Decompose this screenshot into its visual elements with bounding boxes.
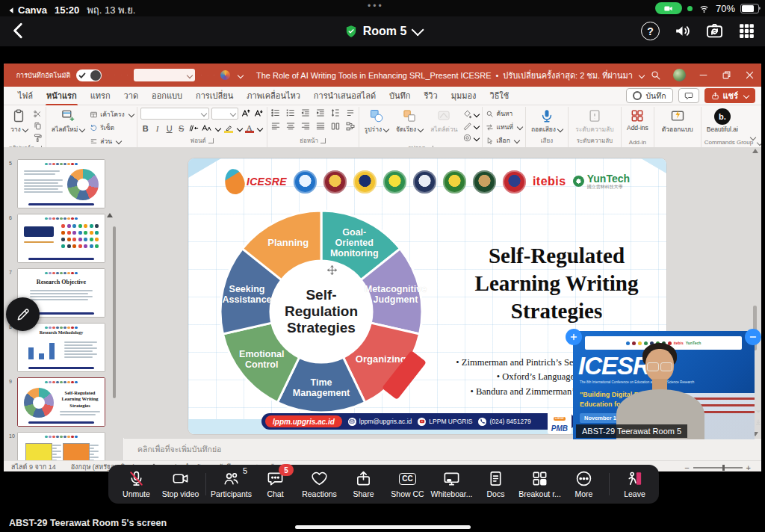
video-controls-icon[interactable] <box>755 408 762 415</box>
increase-indent-icon[interactable] <box>315 108 326 118</box>
columns-icon[interactable] <box>330 121 341 132</box>
font-size-select[interactable] <box>211 108 238 120</box>
addins-button[interactable]: Add-ins <box>625 108 651 132</box>
text-direction-icon[interactable] <box>345 108 356 118</box>
stop-video-button[interactable]: Stop video <box>158 466 202 502</box>
speaker-button[interactable] <box>673 22 692 40</box>
bold-button[interactable]: B <box>140 124 151 133</box>
back-to-app[interactable]: Canva <box>7 4 47 16</box>
menu-lines-icon[interactable] <box>201 69 202 81</box>
titlebar-style-box[interactable] <box>134 69 195 81</box>
undo-icon[interactable] <box>114 69 115 81</box>
panel-scroll-up-icon[interactable] <box>107 213 113 217</box>
record-button[interactable]: บันทึก <box>626 88 672 103</box>
sensitivity-button[interactable]: ระดับความลับ <box>572 108 618 135</box>
slide-thumbnail-9[interactable]: Self-Regulated Learning Writing Strategi… <box>17 377 105 427</box>
reset-button[interactable]: รีเซ็ต <box>90 123 133 133</box>
shapes-button[interactable]: รูปร่าง <box>362 108 391 135</box>
designer-button[interactable]: ตัวออกแบบ <box>657 108 698 135</box>
justify-icon[interactable] <box>315 121 326 132</box>
beautiful-ai-button[interactable]: b. Beautiful.ai <box>704 108 740 134</box>
format-painter-icon[interactable] <box>33 133 43 143</box>
notes-area[interactable]: คลิกเพื่อที่จะเพิ่มบันทึกย่อ <box>124 438 761 460</box>
section-button[interactable]: ส่วน <box>90 136 133 146</box>
shape-outline-button[interactable] <box>462 121 479 131</box>
align-left-icon[interactable] <box>270 121 281 132</box>
find-button[interactable]: ค้นหา <box>486 108 512 119</box>
ribbon-tab-11[interactable]: มุมมอง <box>445 86 483 105</box>
ribbon-tab-6[interactable]: การเปลี่ยน <box>189 86 240 105</box>
numbered-list-icon[interactable] <box>285 108 296 118</box>
restore-button[interactable] <box>721 69 732 81</box>
ribbon-tab-9[interactable]: บันทึก <box>382 86 417 105</box>
smartart-icon[interactable] <box>345 121 356 132</box>
ribbon-tab-10[interactable]: รีวิว <box>417 86 444 105</box>
strikethrough-button[interactable]: S <box>176 124 187 133</box>
dialog-launcher-icon[interactable] <box>320 138 326 143</box>
comments-button[interactable] <box>678 88 699 103</box>
participant-video[interactable]: itebisYunTech ICESRE The 8th Internation… <box>573 331 755 439</box>
start-slideshow-icon[interactable] <box>127 69 128 81</box>
shape-effects-button[interactable] <box>462 133 479 143</box>
italic-button[interactable]: I <box>152 124 163 133</box>
breakout-button[interactable]: Breakout r... <box>518 466 562 502</box>
character-spacing-icon[interactable] <box>188 123 199 134</box>
video-controls-icon[interactable] <box>755 418 762 426</box>
redo-icon[interactable] <box>121 69 122 81</box>
ribbon-tab-2[interactable]: หน้าแรก <box>40 86 84 105</box>
ribbon-tab-4[interactable]: วาด <box>117 86 146 105</box>
replace-button[interactable]: แทนที่ <box>486 122 522 132</box>
align-right-icon[interactable] <box>300 121 311 132</box>
overlay-zoom-out-button[interactable] <box>745 329 761 345</box>
comments-icon[interactable] <box>208 69 208 81</box>
account-avatar[interactable] <box>673 69 686 81</box>
align-center-icon[interactable] <box>285 121 296 132</box>
show-cc-button[interactable]: CCShow CC <box>385 466 430 502</box>
ribbon-tab-5[interactable]: ออกแบบ <box>145 86 189 105</box>
font-color-button[interactable]: A <box>245 124 254 133</box>
select-button[interactable]: เลือก <box>486 135 518 146</box>
paste-button[interactable]: วาง <box>8 108 30 135</box>
home-indicator[interactable] <box>295 525 471 529</box>
thumbnail-scrollbar[interactable] <box>113 226 116 398</box>
ribbon-tab-7[interactable]: ภาพเคลื่อนไหว <box>240 86 307 105</box>
decrease-indent-icon[interactable] <box>300 108 311 118</box>
ribbon-tab-1[interactable]: ไฟล์ <box>11 86 40 105</box>
cut-icon[interactable] <box>33 109 43 119</box>
slide-thumbnail-10[interactable] <box>17 432 105 460</box>
minimize-button[interactable] <box>698 69 709 81</box>
save-icon[interactable] <box>108 69 108 81</box>
arrange-button[interactable]: จัดเรียง <box>394 108 425 135</box>
line-spacing-icon[interactable] <box>330 108 341 118</box>
ppt-app-icon[interactable] <box>10 69 10 81</box>
share-button[interactable]: แชร์ <box>704 88 755 103</box>
ribbon-tab-8[interactable]: การนำเสนอสไลด์ <box>307 86 382 105</box>
shrink-font-icon[interactable] <box>253 108 264 119</box>
autosave-toggle[interactable] <box>76 69 102 81</box>
slide-thumbnail-5[interactable] <box>17 159 105 208</box>
dictate-button[interactable]: ถอดเสียง <box>529 108 565 135</box>
annotation-pencil-button[interactable] <box>6 297 40 331</box>
new-slide-button[interactable]: สไลด์ใหม่ <box>49 108 87 135</box>
layout-button[interactable]: เค้าโครง <box>90 109 133 120</box>
reactions-button[interactable]: Reactions <box>297 466 341 502</box>
shape-fill-button[interactable] <box>462 109 479 119</box>
chat-button[interactable]: Chat5 <box>253 466 297 502</box>
chevron-down-icon[interactable] <box>238 72 244 78</box>
quick-styles-button[interactable]: สไตล์ด่วน <box>428 108 459 135</box>
switch-camera-button[interactable] <box>705 22 724 40</box>
grow-font-icon[interactable] <box>241 108 251 119</box>
highlight-button[interactable] <box>224 124 234 133</box>
export-doc-icon[interactable] <box>214 69 214 81</box>
bullet-list-icon[interactable] <box>270 108 281 118</box>
slide-thumbnail-6[interactable] <box>17 214 105 263</box>
docs-button[interactable]: Docs <box>474 466 518 502</box>
apps-grid-button[interactable] <box>737 22 756 40</box>
more-button[interactable]: More <box>562 466 606 502</box>
search-icon[interactable] <box>650 69 661 81</box>
close-button[interactable] <box>744 69 755 81</box>
share-button[interactable]: Share <box>341 466 385 502</box>
copy-icon[interactable] <box>33 121 43 131</box>
help-button[interactable]: ? <box>641 22 660 40</box>
ribbon-tab-3[interactable]: แทรก <box>84 86 117 105</box>
